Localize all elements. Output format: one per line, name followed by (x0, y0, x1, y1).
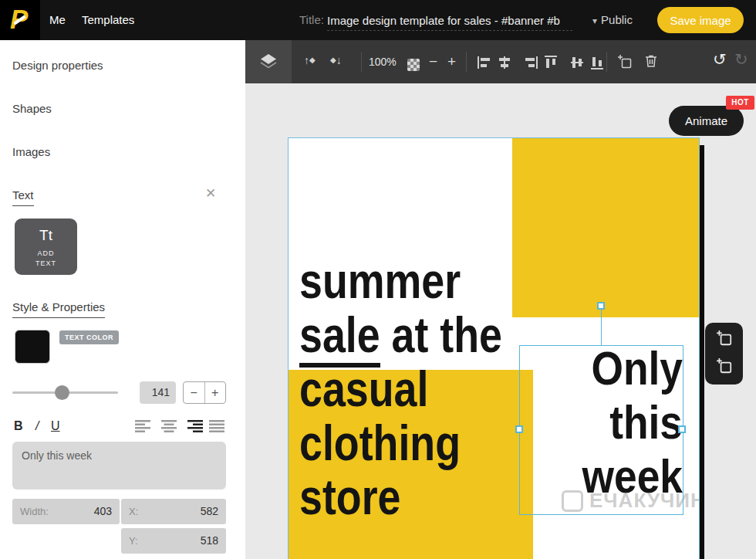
align-object-left-icon[interactable] (477, 55, 492, 70)
canvas-toolbar: ↑◆ ◆↓ 100% − + ↺ ↻ (245, 40, 756, 83)
underline-button[interactable]: U (51, 418, 60, 434)
arrow-up-glyph: ↑ (304, 54, 309, 66)
visibility-label: Public (601, 13, 633, 26)
add-text-label: ADD TEXT (29, 249, 63, 269)
text-content-input[interactable]: Only this week (12, 442, 226, 490)
sidebar-item-label: Shapes (12, 102, 52, 115)
align-center-icon[interactable] (160, 420, 177, 435)
x-field[interactable]: X: 582 (121, 499, 226, 524)
diamond-glyph: ◆ (309, 56, 316, 64)
save-image-button[interactable]: Save image (657, 7, 744, 33)
align-object-middle-v-icon[interactable] (569, 55, 585, 70)
chevron-down-icon: ▾ (592, 15, 597, 26)
underlined-word: sale (299, 307, 380, 368)
sidebar-item-images[interactable]: Images (12, 144, 50, 161)
rotation-handle[interactable] (597, 302, 605, 310)
undo-icon[interactable]: ↺ (713, 50, 727, 69)
font-size-increase-button[interactable]: + (204, 382, 226, 403)
hot-badge: HOT (726, 96, 754, 110)
bring-forward-icon[interactable]: ↑◆ (304, 53, 316, 67)
y-value: 518 (201, 528, 218, 554)
font-size-stepper: − + (183, 381, 226, 404)
toolbar-separator (361, 52, 362, 72)
top-bar: P Me Templates Title: ▾Public Save image (0, 0, 756, 40)
visibility-dropdown[interactable]: ▾Public (592, 13, 633, 26)
layers-icon[interactable] (245, 40, 292, 83)
resize-handle-right[interactable] (678, 425, 686, 433)
yellow-block-top-right[interactable] (512, 138, 699, 317)
zoom-in-icon[interactable]: + (447, 53, 456, 70)
left-sidebar: Design properties Shapes Images Text ✕ T… (0, 40, 245, 559)
zoom-out-icon[interactable]: − (429, 53, 437, 70)
align-object-center-h-icon[interactable] (497, 55, 512, 70)
y-field[interactable]: Y: 518 (121, 528, 226, 554)
width-label: Width: (20, 506, 49, 517)
redo-icon[interactable]: ↻ (734, 50, 748, 69)
copy-add-icon[interactable] (716, 330, 733, 350)
sidebar-item-label: Text (12, 188, 34, 206)
width-field[interactable]: Width: 403 (12, 499, 120, 524)
duplicate-icon[interactable] (617, 54, 633, 73)
style-properties-heading: Style & Properties (12, 300, 105, 313)
send-backward-icon[interactable]: ◆↓ (330, 53, 342, 67)
text-color-label: TEXT COLOR (59, 330, 119, 344)
rotation-handle-line (601, 310, 602, 345)
sidebar-item-text[interactable]: Text (12, 187, 34, 204)
font-size-input[interactable]: 141 (140, 381, 176, 404)
align-object-bottom-icon[interactable] (589, 55, 605, 70)
transparency-grid-icon[interactable] (407, 59, 420, 71)
title-label: Title: (299, 13, 324, 26)
align-justify-icon[interactable] (209, 420, 226, 435)
trash-icon[interactable] (643, 53, 659, 72)
arrow-down-glyph: ↓ (336, 54, 342, 66)
italic-button[interactable]: / (35, 418, 39, 434)
duplicate-page-control[interactable] (705, 323, 743, 385)
copy-add-icon[interactable] (716, 357, 733, 378)
zoom-level[interactable]: 100% (369, 56, 404, 68)
text-color-swatch[interactable] (15, 330, 50, 364)
width-value: 403 (94, 499, 112, 524)
x-value: 582 (201, 499, 218, 524)
sidebar-item-shapes[interactable]: Shapes (12, 100, 52, 117)
toolbar-separator (466, 52, 467, 72)
title-input[interactable] (327, 10, 572, 31)
selection-box[interactable] (519, 345, 683, 515)
close-icon[interactable]: ✕ (205, 185, 216, 202)
x-label: X: (129, 506, 138, 517)
nav-me[interactable]: Me (49, 13, 66, 26)
sidebar-item-label: Images (12, 145, 50, 158)
resize-handle-left[interactable] (515, 425, 523, 433)
animate-button[interactable]: Animate (669, 106, 744, 136)
diamond-glyph: ◆ (330, 56, 336, 64)
sidebar-item-design-properties[interactable]: Design properties (12, 57, 103, 74)
app-logo[interactable]: P (0, 0, 40, 40)
y-label: Y: (129, 535, 138, 547)
align-right-icon-active[interactable] (186, 420, 203, 435)
headline-line: summer (299, 254, 502, 308)
font-size-slider-knob[interactable] (55, 385, 69, 400)
align-object-right-icon[interactable] (523, 55, 538, 70)
text-style-icon: Tt (15, 227, 77, 244)
canvas-area[interactable]: summer sale at the casual clothing store… (245, 83, 756, 559)
bold-button[interactable]: B (14, 418, 23, 434)
sidebar-item-label: Design properties (12, 59, 103, 72)
toolbar-separator (606, 52, 607, 72)
align-left-icon[interactable] (135, 420, 152, 435)
font-size-decrease-button[interactable]: − (184, 382, 204, 403)
add-text-button[interactable]: Tt ADD TEXT (15, 219, 77, 275)
align-object-top-icon[interactable] (543, 55, 559, 70)
nav-templates[interactable]: Templates (82, 13, 134, 26)
